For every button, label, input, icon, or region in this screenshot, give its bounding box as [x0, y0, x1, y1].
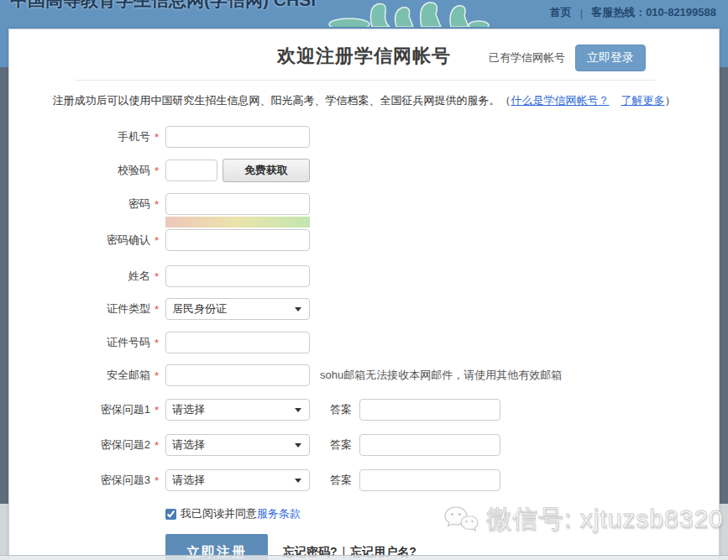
- chevron-down-icon: [295, 443, 301, 447]
- form-row-security-question-2: 密保问题2* 请选择 答案: [9, 433, 719, 457]
- form-row-sms-code: 校验码* 免费获取: [9, 159, 719, 182]
- have-account-text: 已有学信网帐号: [489, 50, 565, 65]
- register-card: 欢迎注册学信网帐号 已有学信网帐号 立即登录 注册成功后可以使用中国研究生招生信…: [8, 29, 720, 560]
- form-row-password-confirm: 密码确认*: [9, 228, 719, 252]
- id-type-selected-value: 居民身份证: [172, 301, 227, 317]
- security-question-1-label: 密保问题1: [101, 402, 150, 417]
- name-label: 姓名: [128, 269, 150, 284]
- statue-decoration-image: [326, 0, 490, 27]
- required-asterisk: *: [155, 304, 159, 315]
- header-nav: 首页 | 客服热线：010-82199588: [550, 5, 716, 20]
- login-area: 已有学信网帐号 立即登录: [489, 45, 646, 71]
- chevron-down-icon: [295, 479, 301, 483]
- intro-text: 注册成功后可以使用中国研究生招生信息网、阳光高考、学信档案、全国征兵网提供的服务…: [9, 93, 719, 108]
- security-question-1-selected-value: 请选择: [172, 402, 205, 417]
- required-asterisk: *: [155, 440, 159, 451]
- email-hint: sohu邮箱无法接收本网邮件，请使用其他有效邮箱: [320, 368, 562, 383]
- required-asterisk: *: [155, 475, 159, 486]
- bottom-strip: [0, 555, 728, 560]
- phone-label: 手机号: [118, 129, 150, 144]
- learn-more-link[interactable]: 了解更多: [621, 94, 665, 107]
- name-input[interactable]: [165, 265, 310, 287]
- hotline-text: 客服热线：010-82199588: [591, 5, 716, 20]
- required-asterisk: *: [155, 235, 159, 246]
- required-asterisk: *: [155, 271, 159, 282]
- phone-input[interactable]: [165, 126, 310, 148]
- answer-2-input[interactable]: [359, 434, 500, 456]
- nav-separator: |: [580, 7, 583, 19]
- name-label-group: 姓名*: [9, 269, 159, 284]
- required-asterisk: *: [155, 165, 159, 176]
- email-input[interactable]: [165, 364, 310, 386]
- chevron-down-icon: [295, 307, 301, 311]
- answer-3-label: 答案: [330, 473, 352, 488]
- sms-code-label-group: 校验码*: [9, 163, 159, 178]
- answer-2-label: 答案: [330, 437, 352, 453]
- id-number-label-group: 证件号码*: [9, 335, 159, 350]
- answer-3-input[interactable]: [359, 469, 500, 491]
- security-question-2-label-group: 密保问题2*: [9, 437, 159, 453]
- security-question-3-label-group: 密保问题3*: [9, 473, 159, 488]
- agree-terms-text: 我已阅读并同意: [181, 506, 257, 521]
- site-logo: 中国高等教育学生信息网(学信网) CHSI: [10, 0, 316, 12]
- chevron-down-icon: [295, 408, 301, 412]
- intro-suffix: ）: [665, 94, 676, 107]
- form-row-security-question-1: 密保问题1* 请选择 答案: [9, 398, 719, 421]
- nav-home-link[interactable]: 首页: [550, 5, 572, 20]
- security-question-1-label-group: 密保问题1*: [9, 402, 159, 417]
- title-divider: [75, 80, 655, 81]
- form-row-name: 姓名*: [9, 264, 719, 288]
- sms-code-input[interactable]: [165, 160, 217, 181]
- form-row-phone: 手机号*: [9, 125, 719, 149]
- required-asterisk: *: [155, 338, 159, 348]
- id-type-label: 证件类型: [107, 301, 150, 317]
- required-asterisk: *: [155, 405, 159, 416]
- answer-1-label: 答案: [330, 402, 352, 417]
- email-label: 安全邮箱: [107, 368, 150, 383]
- intro-prefix: 注册成功后可以使用中国研究生招生信息网、阳光高考、学信档案、全国征兵网提供的服务…: [53, 94, 511, 107]
- password-strength-bar: [165, 217, 310, 228]
- form-row-security-question-3: 密保问题3* 请选择 答案: [9, 468, 719, 492]
- form-row-password: 密码*: [9, 192, 719, 216]
- get-code-button[interactable]: 免费获取: [223, 159, 310, 182]
- security-question-3-select[interactable]: 请选择: [165, 469, 310, 491]
- security-question-2-selected-value: 请选择: [172, 437, 205, 453]
- password-input[interactable]: [165, 193, 310, 215]
- password-confirm-input[interactable]: [165, 229, 310, 251]
- id-type-select[interactable]: 居民身份证: [165, 298, 310, 320]
- agree-terms-row: 我已阅读并同意服务条款: [165, 506, 301, 521]
- required-asterisk: *: [155, 370, 159, 381]
- form-row-id-number: 证件号码*: [9, 331, 719, 354]
- security-question-2-label: 密保问题2: [101, 437, 150, 453]
- security-question-3-label: 密保问题3: [101, 473, 150, 488]
- form-row-id-type: 证件类型* 居民身份证: [9, 297, 719, 321]
- required-asterisk: *: [155, 132, 159, 143]
- password-confirm-label: 密码确认: [107, 233, 150, 248]
- security-question-3-selected-value: 请选择: [172, 473, 205, 488]
- id-number-label: 证件号码: [107, 335, 150, 350]
- answer-1-input[interactable]: [359, 399, 500, 421]
- login-button[interactable]: 立即登录: [575, 44, 646, 71]
- id-type-label-group: 证件类型*: [9, 301, 159, 317]
- required-asterisk: *: [155, 199, 159, 210]
- security-question-1-select[interactable]: 请选择: [165, 399, 310, 421]
- phone-label-group: 手机号*: [9, 129, 159, 144]
- security-question-2-select[interactable]: 请选择: [165, 434, 310, 456]
- agree-terms-checkbox[interactable]: [165, 509, 176, 520]
- password-label-group: 密码*: [9, 196, 159, 212]
- terms-of-service-link[interactable]: 服务条款: [257, 506, 301, 521]
- password-confirm-label-group: 密码确认*: [9, 233, 159, 248]
- form-row-email: 安全邮箱* sohu邮箱无法接收本网邮件，请使用其他有效邮箱: [9, 364, 719, 387]
- id-number-input[interactable]: [165, 332, 310, 353]
- password-label: 密码: [128, 196, 150, 212]
- sms-code-label: 校验码: [118, 163, 150, 178]
- what-is-account-link[interactable]: 什么是学信网帐号？: [511, 94, 610, 107]
- email-label-group: 安全邮箱*: [9, 368, 159, 383]
